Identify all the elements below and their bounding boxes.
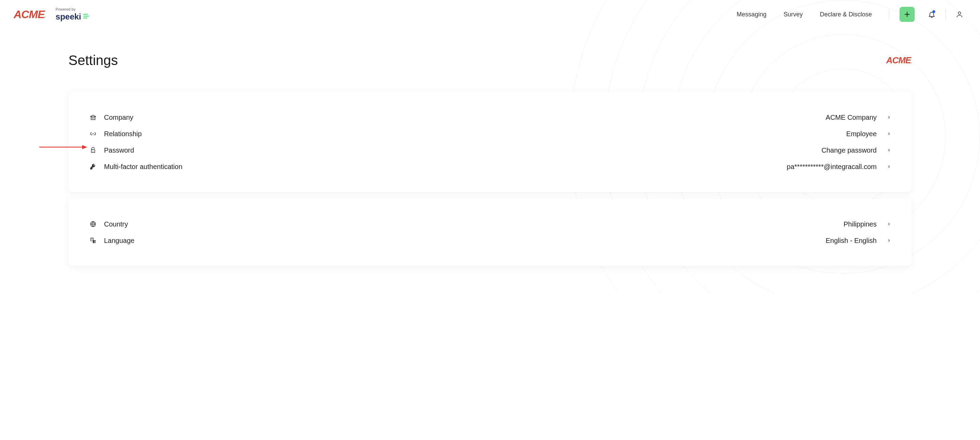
bank-icon [89, 113, 97, 121]
translate-icon: G文 [89, 237, 97, 245]
chevron-right-icon [887, 165, 891, 169]
chevron-right-icon [887, 148, 891, 152]
setting-label: Country [104, 220, 128, 228]
chevron-right-icon [887, 132, 891, 136]
user-icon [956, 11, 963, 18]
setting-value: Employee [846, 130, 877, 138]
main-content: Settings ACME Company ACME Company Relat… [0, 29, 980, 293]
lock-icon [89, 146, 97, 154]
nav-divider-2 [945, 9, 946, 19]
setting-label: Multi-factor authentication [104, 163, 182, 171]
logo-group: ACME Powered by speeki [14, 7, 90, 22]
add-button[interactable] [900, 7, 915, 22]
powered-by-label: Powered by [56, 7, 90, 11]
nav-messaging[interactable]: Messaging [737, 11, 767, 18]
link-icon [89, 130, 97, 138]
setting-row-relationship[interactable]: Relationship Employee [89, 125, 891, 142]
chevron-right-icon [887, 115, 891, 119]
plus-icon [904, 11, 910, 18]
chevron-right-icon [887, 222, 891, 226]
svg-text:G: G [91, 238, 93, 240]
setting-value: ACME Company [826, 114, 877, 121]
speeki-logo[interactable]: speeki [56, 12, 90, 22]
header: ACME Powered by speeki Messaging Survey … [0, 0, 980, 29]
annotation-arrow [39, 144, 87, 151]
svg-text:文: 文 [94, 240, 96, 243]
acme-logo[interactable]: ACME [14, 8, 46, 21]
setting-row-country[interactable]: Country Philippines [89, 216, 891, 232]
setting-label: Company [104, 114, 134, 121]
setting-label: Password [104, 146, 134, 154]
setting-label: Language [104, 237, 134, 245]
setting-value: Philippines [843, 220, 877, 228]
powered-by: Powered by speeki [56, 7, 90, 22]
profile-button[interactable] [953, 8, 966, 21]
svg-marker-2 [82, 145, 87, 149]
chevron-right-icon [887, 238, 891, 243]
settings-card-account: Company ACME Company Relationship Employ… [68, 92, 912, 192]
setting-row-language[interactable]: G文 Language English - English [89, 232, 891, 249]
globe-icon [89, 220, 97, 228]
speeki-text: speeki [56, 12, 81, 22]
title-row: Settings ACME [68, 53, 912, 68]
nav-divider [889, 9, 889, 19]
svg-point-0 [958, 12, 961, 14]
setting-row-multi-factor-authentication[interactable]: Multi-factor authentication pa**********… [89, 159, 891, 175]
acme-logo-small: ACME [886, 55, 912, 66]
setting-value: English - English [826, 237, 877, 245]
nav-survey[interactable]: Survey [784, 11, 803, 18]
nav-items: Messaging Survey Declare & Disclose [737, 9, 889, 19]
notifications-button[interactable] [925, 8, 939, 21]
setting-value: pa***********@integracall.com [787, 163, 877, 171]
settings-card-locale: Country Philippines G文 Language English … [68, 199, 912, 266]
setting-value: Change password [822, 146, 877, 154]
setting-label: Relationship [104, 130, 142, 138]
key-icon [89, 162, 97, 171]
setting-row-company[interactable]: Company ACME Company [89, 109, 891, 125]
notification-dot [932, 10, 935, 13]
nav-declare[interactable]: Declare & Disclose [820, 11, 872, 18]
setting-row-password[interactable]: Password Change password [89, 142, 891, 159]
page-title: Settings [68, 53, 118, 68]
speeki-icon [83, 12, 90, 21]
